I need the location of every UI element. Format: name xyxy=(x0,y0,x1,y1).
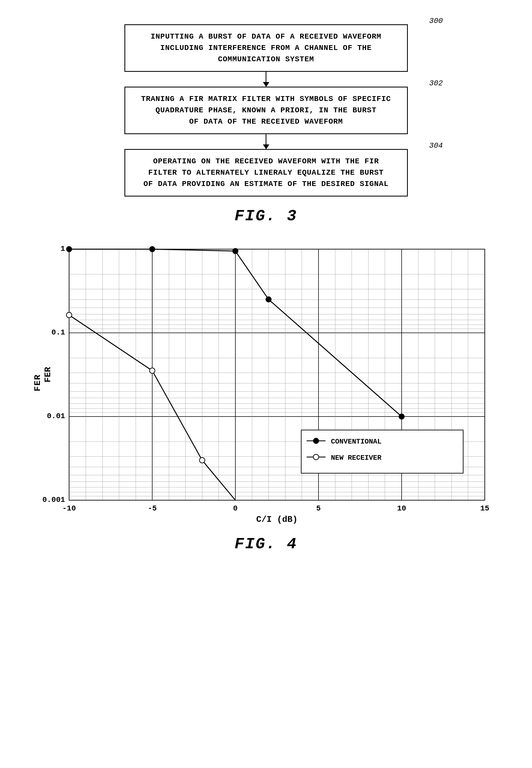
svg-text:5: 5 xyxy=(316,504,321,513)
fig3-flowchart: 300 INPUTTING A BURST OF DATA OF A RECEI… xyxy=(32,24,500,197)
svg-text:1: 1 xyxy=(60,245,65,253)
svg-point-61 xyxy=(399,414,404,419)
arrow-2 xyxy=(266,134,266,149)
svg-point-78 xyxy=(313,438,319,444)
ref-304: 304 xyxy=(429,141,443,150)
ref-300: 300 xyxy=(429,17,443,25)
svg-point-59 xyxy=(233,248,238,254)
flow-box-1: INPUTTING A BURST OF DATA OF A RECEIVED … xyxy=(124,24,408,72)
svg-text:FER: FER xyxy=(43,367,53,382)
chart-svg: 1 0.1 0.01 0.001 -10 -5 0 5 10 15 C/I (d… xyxy=(37,241,496,525)
fig4-section: FER xyxy=(32,241,500,569)
ref-302: 302 xyxy=(429,79,443,87)
svg-text:CONVENTIONAL: CONVENTIONAL xyxy=(331,438,381,446)
svg-rect-76 xyxy=(301,430,463,473)
chart-container: FER xyxy=(37,241,496,525)
svg-point-64 xyxy=(199,458,205,463)
svg-point-81 xyxy=(313,454,319,460)
svg-text:15: 15 xyxy=(480,504,489,513)
svg-text:-5: -5 xyxy=(148,504,157,513)
svg-text:0: 0 xyxy=(233,504,238,513)
arrow-1 xyxy=(266,72,266,87)
fig3-title: FIG. 3 xyxy=(32,207,500,225)
svg-point-57 xyxy=(66,246,72,252)
svg-text:0.1: 0.1 xyxy=(51,328,65,337)
y-axis-label: FER xyxy=(33,374,43,391)
svg-point-62 xyxy=(66,312,72,318)
svg-text:C/I (dB): C/I (dB) xyxy=(256,515,298,525)
svg-point-60 xyxy=(266,297,271,302)
svg-text:-10: -10 xyxy=(62,504,76,513)
svg-text:10: 10 xyxy=(397,504,406,513)
fig4-title: FIG. 4 xyxy=(235,535,297,553)
flow-box-2: TRANING A FIR MATRIX FILTER WITH SYMBOLS… xyxy=(124,87,408,134)
flow-box-3: OPERATING ON THE RECEIVED WAVEFORM WITH … xyxy=(124,149,408,197)
svg-text:NEW RECEIVER: NEW RECEIVER xyxy=(331,454,382,462)
svg-text:0.01: 0.01 xyxy=(47,412,65,420)
svg-point-63 xyxy=(150,368,155,373)
svg-text:0.001: 0.001 xyxy=(42,496,65,504)
svg-point-58 xyxy=(150,246,155,252)
